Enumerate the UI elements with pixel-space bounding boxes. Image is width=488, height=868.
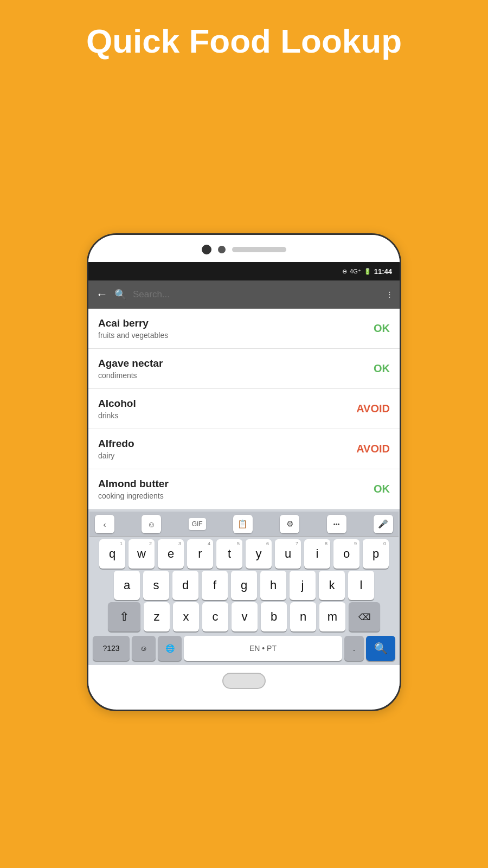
camera-small-icon — [218, 246, 226, 253]
key-x[interactable]: x — [173, 602, 199, 631]
key-r[interactable]: 4r — [187, 539, 213, 569]
more-button[interactable]: ••• — [327, 515, 346, 533]
list-item[interactable]: Alcohol drinks AVOID — [88, 389, 400, 429]
key-letter: w — [137, 547, 146, 561]
keyboard-row-2: asdfghjkl — [89, 571, 399, 600]
food-info: Alfredo dairy — [98, 438, 134, 460]
key-letter: a — [124, 578, 130, 592]
key-number: 5 — [237, 541, 240, 546]
food-info: Acai berry fruits and vegetables — [98, 317, 168, 340]
key-letter: o — [343, 547, 350, 561]
keyboard-search-button[interactable]: 🔍 — [366, 636, 395, 661]
key-letter: r — [198, 547, 202, 561]
key-letter: n — [300, 610, 306, 624]
shift-key[interactable]: ⇧ — [108, 602, 140, 631]
search-bar: ← 🔍 ⫶ — [88, 280, 400, 309]
key-s[interactable]: s — [143, 571, 169, 600]
filter-icon[interactable]: ⫶ — [387, 289, 392, 301]
food-status: AVOID — [356, 443, 390, 455]
key-l[interactable]: l — [348, 571, 374, 600]
key-letter: x — [183, 610, 189, 624]
phone-wrapper: ⊖ 4G⁺ 🔋 11:44 ← 🔍 ⫶ Acai berry fruits an… — [87, 76, 401, 868]
food-category: condiments — [98, 371, 163, 380]
search-icon: 🔍 — [114, 289, 126, 301]
food-info: Agave nectar condiments — [98, 358, 163, 380]
camera-icon — [202, 245, 211, 254]
settings-button[interactable]: ⚙ — [280, 515, 299, 533]
signal-icon: ⊖ — [342, 268, 347, 275]
space-key[interactable]: EN • PT — [184, 636, 342, 661]
keyboard-row-3: ⇧ zxcvbnm ⌫ — [89, 602, 399, 631]
phone-device: ⊖ 4G⁺ 🔋 11:44 ← 🔍 ⫶ Acai berry fruits an… — [87, 233, 401, 711]
key-letter: z — [154, 610, 160, 624]
key-b[interactable]: b — [261, 602, 287, 631]
key-i[interactable]: 8i — [304, 539, 330, 569]
mic-button[interactable]: 🎤 — [374, 515, 393, 533]
num-key[interactable]: ?123 — [93, 636, 130, 661]
key-letter: b — [271, 610, 277, 624]
key-o[interactable]: 9o — [333, 539, 359, 569]
emoji-key[interactable]: ☺ — [132, 636, 156, 661]
home-button[interactable] — [222, 673, 266, 689]
food-name: Agave nectar — [98, 358, 163, 369]
key-h[interactable]: h — [260, 571, 286, 600]
key-v[interactable]: v — [232, 602, 258, 631]
gif-button[interactable]: GIF — [189, 518, 206, 530]
key-j[interactable]: j — [290, 571, 316, 600]
food-category: drinks — [98, 411, 136, 420]
key-u[interactable]: 7u — [275, 539, 301, 569]
list-item[interactable]: Agave nectar condiments OK — [88, 349, 400, 389]
key-q[interactable]: 1q — [99, 539, 125, 569]
key-number: 4 — [208, 541, 210, 546]
key-number: 9 — [354, 541, 357, 546]
key-e[interactable]: 3e — [158, 539, 184, 569]
key-letter: i — [316, 547, 319, 561]
key-z[interactable]: z — [144, 602, 170, 631]
status-icons: ⊖ 4G⁺ 🔋 11:44 — [342, 267, 392, 276]
globe-key[interactable]: 🌐 — [158, 636, 182, 661]
key-m[interactable]: m — [319, 602, 345, 631]
food-category: dairy — [98, 451, 134, 460]
key-number: 3 — [178, 541, 181, 546]
speaker — [232, 247, 286, 252]
clipboard-button[interactable]: 📋 — [233, 515, 253, 533]
key-letter: y — [256, 547, 262, 561]
period-key[interactable]: . — [344, 636, 364, 661]
key-y[interactable]: 6y — [246, 539, 272, 569]
key-f[interactable]: f — [202, 571, 228, 600]
key-k[interactable]: k — [319, 571, 345, 600]
food-category: fruits and vegetables — [98, 331, 168, 340]
key-c[interactable]: c — [202, 602, 228, 631]
list-item[interactable]: Alfredo dairy AVOID — [88, 429, 400, 469]
key-letter: g — [241, 578, 247, 592]
food-name: Alcohol — [98, 398, 136, 410]
search-input[interactable] — [133, 289, 381, 300]
key-a[interactable]: a — [114, 571, 140, 600]
search-icon: 🔍 — [374, 642, 388, 655]
key-number: 2 — [149, 541, 152, 546]
phone-bottom — [88, 665, 400, 693]
key-letter: j — [301, 578, 304, 592]
backspace-key[interactable]: ⌫ — [349, 602, 380, 631]
key-g[interactable]: g — [231, 571, 257, 600]
food-status: OK — [374, 322, 390, 335]
emoji-board-button[interactable]: ☺ — [142, 515, 161, 533]
keyboard-back-button[interactable]: ‹ — [95, 515, 114, 533]
back-button[interactable]: ← — [96, 288, 108, 302]
key-letter: d — [182, 578, 189, 592]
food-status: OK — [374, 483, 390, 495]
key-letter: s — [153, 578, 159, 592]
key-letter: u — [285, 547, 291, 561]
key-t[interactable]: 5t — [216, 539, 242, 569]
keyboard-row-1: 1q2w3e4r5t6y7u8i9o0p — [89, 539, 399, 569]
list-item[interactable]: Acai berry fruits and vegetables OK — [88, 309, 400, 349]
food-status: AVOID — [356, 403, 390, 415]
food-category: cooking ingredients — [98, 492, 169, 500]
key-p[interactable]: 0p — [363, 539, 389, 569]
key-n[interactable]: n — [290, 602, 316, 631]
key-w[interactable]: 2w — [129, 539, 155, 569]
key-number: 8 — [325, 541, 328, 546]
key-d[interactable]: d — [172, 571, 198, 600]
list-item[interactable]: Almond butter cooking ingredients OK — [88, 469, 400, 509]
key-letter: t — [228, 547, 231, 561]
